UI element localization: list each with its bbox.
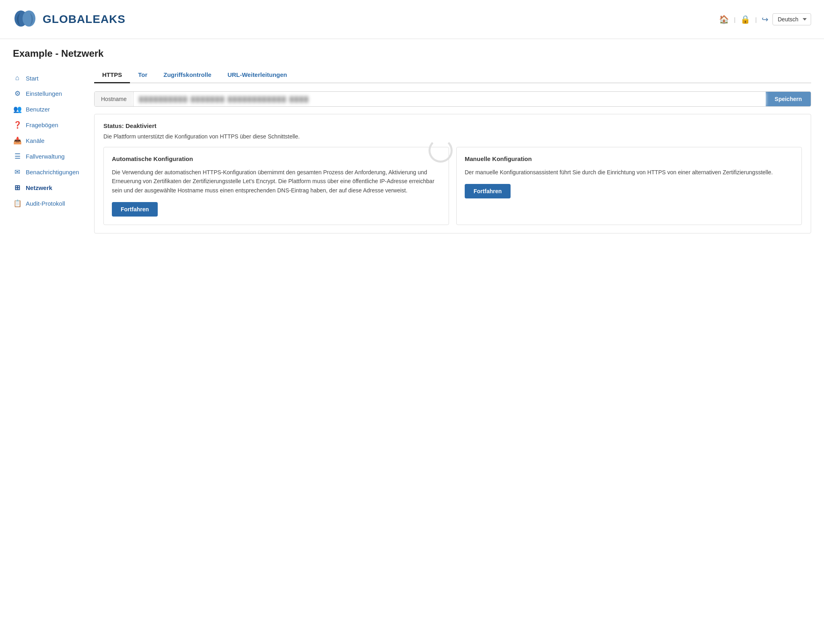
- profile-icon[interactable]: 🔒: [740, 14, 750, 24]
- case-icon: ☰: [13, 152, 22, 161]
- sidebar-label-benutzer: Benutzer: [26, 106, 50, 113]
- network-icon: ⊞: [13, 184, 22, 192]
- sidebar-label-benachrichtigungen: Benachrichtigungen: [26, 169, 79, 175]
- auto-config-text: Die Verwendung der automatischen HTTPS-K…: [112, 168, 441, 195]
- manual-config-text: Der manuelle Konfigurationsassistent füh…: [465, 168, 793, 177]
- language-select[interactable]: Deutsch English Français Español: [772, 13, 811, 25]
- sidebar-item-kanäle[interactable]: 📥 Kanäle: [13, 133, 84, 149]
- sidebar-item-benutzer[interactable]: 👥 Benutzer: [13, 101, 84, 117]
- tab-https[interactable]: HTTPS: [94, 67, 130, 83]
- tab-zugriff[interactable]: Zugriffskontrolle: [155, 67, 219, 83]
- questionnaire-icon: ❓: [13, 121, 22, 129]
- sidebar-label-einstellungen: Einstellungen: [26, 90, 62, 97]
- config-cards: Automatische Konfiguration Die Verwendun…: [103, 147, 802, 225]
- users-icon: 👥: [13, 105, 22, 114]
- separator-2: |: [755, 16, 757, 23]
- manual-config-button[interactable]: Fortfahren: [465, 184, 511, 198]
- settings-icon: ⚙: [13, 89, 22, 98]
- header: GLOBALEAKS 🏠 | 🔒 | ↪ Deutsch English Fra…: [0, 0, 824, 39]
- tab-tor[interactable]: Tor: [130, 67, 155, 83]
- sidebar-label-start: Start: [26, 75, 39, 82]
- main-content: HTTPS Tor Zugriffskontrolle URL-Weiterle…: [84, 67, 824, 246]
- sidebar-item-start[interactable]: ⌂ Start: [13, 70, 84, 86]
- sidebar-label-kanäle: Kanäle: [26, 137, 45, 144]
- logo-icon: [13, 7, 37, 31]
- logout-icon[interactable]: ↪: [762, 14, 768, 24]
- auto-config-button[interactable]: Fortfahren: [112, 202, 158, 217]
- manual-config-card: Manuelle Konfiguration Der manuelle Konf…: [456, 147, 802, 225]
- home-icon[interactable]: 🏠: [719, 14, 729, 24]
- sidebar-label-fallverwaltung: Fallverwaltung: [26, 153, 65, 160]
- auto-config-title: Automatische Konfiguration: [112, 155, 441, 162]
- spinner-circle: [428, 138, 453, 163]
- notification-icon: ✉: [13, 168, 22, 176]
- description-text: Die Plattform unterstützt die Konfigurat…: [103, 133, 802, 140]
- tab-url[interactable]: URL-Weiterleitungen: [219, 67, 295, 83]
- sidebar-item-fragebögen[interactable]: ❓ Fragebögen: [13, 117, 84, 133]
- manual-config-title: Manuelle Konfiguration: [465, 155, 793, 162]
- hostname-row: Hostname ██████████ ███████ ████████████…: [94, 91, 811, 107]
- logo-text: GLOBALEAKS: [43, 13, 126, 26]
- auto-config-card: Automatische Konfiguration Die Verwendun…: [103, 147, 449, 225]
- sidebar-item-fallverwaltung[interactable]: ☰ Fallverwaltung: [13, 149, 84, 164]
- status-label: Status: Deaktiviert: [103, 122, 802, 129]
- sidebar-label-netzwerk: Netzwerk: [26, 184, 52, 191]
- status-section: Status: Deaktiviert Die Plattform unters…: [94, 114, 811, 233]
- sidebar-item-audit[interactable]: 📋 Audit-Protokoll: [13, 196, 84, 211]
- save-button[interactable]: Speichern: [766, 92, 811, 106]
- svg-point-1: [23, 10, 35, 27]
- sidebar-label-audit: Audit-Protokoll: [26, 200, 65, 207]
- hostname-label: Hostname: [95, 92, 134, 106]
- sidebar-item-netzwerk[interactable]: ⊞ Netzwerk: [13, 180, 84, 196]
- sidebar-label-fragebögen: Fragebögen: [26, 122, 58, 128]
- sidebar-item-einstellungen[interactable]: ⚙ Einstellungen: [13, 86, 84, 101]
- sidebar: ⌂ Start ⚙ Einstellungen 👥 Benutzer ❓ Fra…: [0, 67, 84, 246]
- logo-area: GLOBALEAKS: [13, 7, 126, 31]
- separator-1: |: [734, 16, 735, 23]
- header-right: 🏠 | 🔒 | ↪ Deutsch English Français Españ…: [719, 13, 811, 25]
- page-title: Example - Netzwerk: [0, 39, 824, 63]
- home-icon: ⌂: [13, 74, 22, 82]
- loading-spinner: [428, 138, 453, 163]
- audit-icon: 📋: [13, 199, 22, 208]
- hostname-value: ██████████ ███████ ████████████ ████: [134, 92, 766, 106]
- sidebar-item-benachrichtigungen[interactable]: ✉ Benachrichtigungen: [13, 164, 84, 180]
- layout: ⌂ Start ⚙ Einstellungen 👥 Benutzer ❓ Fra…: [0, 63, 824, 246]
- channel-icon: 📥: [13, 136, 22, 145]
- tab-bar: HTTPS Tor Zugriffskontrolle URL-Weiterle…: [94, 67, 811, 83]
